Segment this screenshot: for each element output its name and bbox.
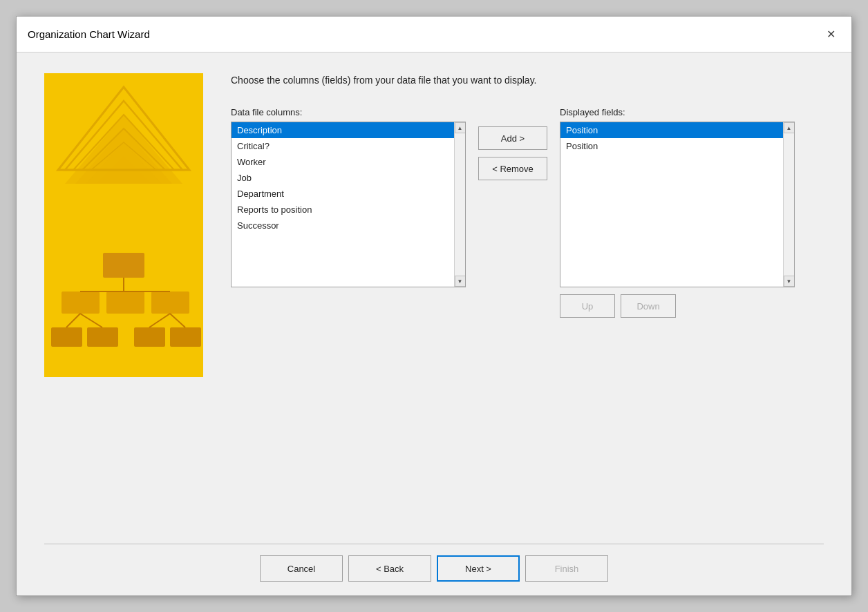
back-button[interactable]: < Back bbox=[348, 555, 431, 582]
displayed-fields-label: Displayed fields: bbox=[560, 107, 795, 117]
data-columns-group: Data file columns: Description Critical?… bbox=[231, 107, 466, 287]
up-down-row: Up Down bbox=[560, 294, 795, 318]
list-item[interactable]: Job bbox=[232, 170, 454, 186]
footer-buttons: Cancel < Back Next > Finish bbox=[44, 555, 824, 582]
svg-rect-10 bbox=[103, 253, 144, 278]
list-item[interactable]: Critical? bbox=[232, 138, 454, 154]
remove-button[interactable]: < Remove bbox=[478, 157, 547, 180]
svg-rect-13 bbox=[106, 291, 144, 314]
dialog: Organization Chart Wizard ✕ bbox=[16, 16, 852, 596]
displayed-fields-listbox[interactable]: Position Position ▲ ▼ bbox=[560, 122, 795, 287]
add-remove-buttons: Add > < Remove bbox=[466, 126, 560, 180]
svg-rect-23 bbox=[170, 327, 201, 347]
svg-rect-20 bbox=[51, 327, 82, 347]
add-button[interactable]: Add > bbox=[478, 126, 547, 150]
list-item[interactable]: Worker bbox=[232, 154, 454, 170]
up-button[interactable]: Up bbox=[560, 294, 615, 318]
list-item[interactable]: Department bbox=[232, 186, 454, 202]
columns-section: Data file columns: Description Critical?… bbox=[231, 107, 824, 520]
cancel-button[interactable]: Cancel bbox=[260, 555, 343, 582]
footer-divider bbox=[44, 544, 824, 544]
list-item[interactable]: Description bbox=[232, 122, 454, 138]
next-button[interactable]: Next > bbox=[437, 555, 520, 582]
title-bar: Organization Chart Wizard ✕ bbox=[17, 17, 851, 52]
data-columns-label: Data file columns: bbox=[231, 107, 466, 117]
svg-rect-12 bbox=[62, 291, 100, 314]
wizard-image bbox=[44, 73, 203, 377]
list-item[interactable]: Position bbox=[560, 122, 783, 138]
list-item[interactable]: Position bbox=[560, 138, 783, 154]
finish-button[interactable]: Finish bbox=[525, 555, 608, 582]
data-columns-listbox[interactable]: Description Critical? Worker Job Departm… bbox=[231, 122, 466, 287]
scroll-down-arrow[interactable]: ▼ bbox=[784, 276, 795, 287]
scroll-up-arrow[interactable]: ▲ bbox=[455, 122, 466, 133]
list-item[interactable]: Successor bbox=[232, 218, 454, 233]
svg-rect-14 bbox=[151, 291, 189, 314]
close-button[interactable]: ✕ bbox=[821, 25, 840, 44]
svg-rect-21 bbox=[87, 327, 118, 347]
description-text: Choose the columns (fields) from your da… bbox=[231, 73, 824, 88]
right-panel: Choose the columns (fields) from your da… bbox=[217, 73, 824, 520]
main-row: Choose the columns (fields) from your da… bbox=[44, 73, 824, 520]
footer: Cancel < Back Next > Finish bbox=[17, 534, 851, 595]
displayed-fields-group: Displayed fields: Position Position ▲ ▼ bbox=[560, 107, 795, 318]
scroll-down-arrow[interactable]: ▼ bbox=[455, 276, 466, 287]
scrollbar[interactable]: ▲ ▼ bbox=[783, 122, 794, 287]
scrollbar[interactable]: ▲ ▼ bbox=[454, 122, 465, 287]
content-area: Choose the columns (fields) from your da… bbox=[17, 52, 851, 534]
dialog-title: Organization Chart Wizard bbox=[28, 28, 150, 40]
list-item[interactable]: Reports to position bbox=[232, 202, 454, 218]
scroll-up-arrow[interactable]: ▲ bbox=[784, 122, 795, 133]
svg-rect-22 bbox=[134, 327, 165, 347]
down-button[interactable]: Down bbox=[621, 294, 676, 318]
